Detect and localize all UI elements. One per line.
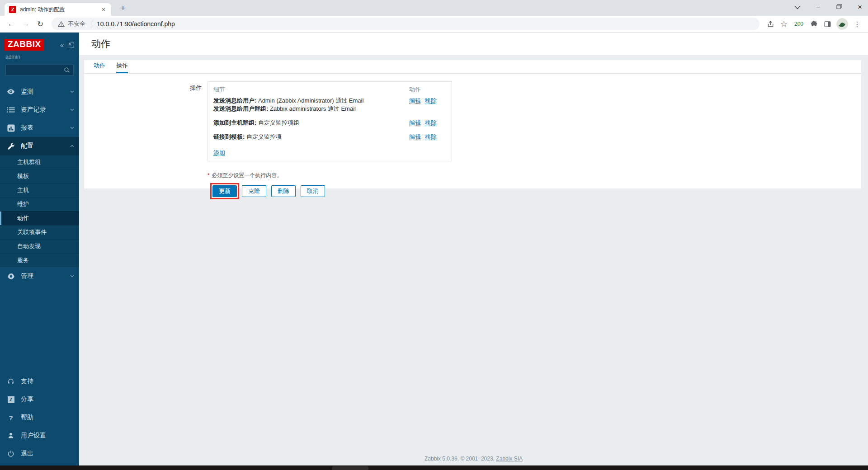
footer-link[interactable]: Zabbix SIA [496,456,523,462]
chart-icon [7,124,15,132]
extensions-puzzle-icon[interactable] [807,20,820,28]
sidebar-item-label: 管理 [21,272,33,280]
sidebar-item-support[interactable]: 支持 [0,372,79,390]
extension-badge[interactable]: 200 [791,21,807,27]
edit-link[interactable]: 编辑 [409,133,421,141]
close-window-icon[interactable]: × [856,3,863,12]
sidebar-item-user-settings[interactable]: 用户设置 [0,427,79,445]
remove-link[interactable]: 移除 [425,97,437,105]
sidebar-item-label: 监测 [21,88,33,96]
zabbix-logo[interactable]: ZABBIX [5,39,44,51]
submenu-label: 模板 [17,172,29,180]
sidebar-item-label: 配置 [21,142,33,150]
os-taskbar [0,465,868,470]
sidebar-item-host-groups[interactable]: 主机群组 [0,155,79,169]
side-panel-icon[interactable] [821,20,834,28]
new-tab-button[interactable]: + [118,3,128,14]
sidebar-item-label: 资产记录 [21,106,46,114]
sidebar-item-templates[interactable]: 模板 [0,169,79,183]
signout-icon [7,450,15,457]
search-input[interactable] [9,66,64,74]
url-text[interactable]: 10.0.0.71:90/actionconf.php [97,20,175,28]
reload-icon[interactable]: ↻ [33,19,47,29]
window-controls: − × [794,0,863,14]
sidebar-item-configuration[interactable]: 配置 [0,137,79,155]
table-row: 发送消息给用户: Admin (Zabbix Administrator) 通过… [213,97,446,113]
edit-link[interactable]: 编辑 [409,119,421,127]
sidebar-item-share[interactable]: Z 分享 [0,390,79,409]
sidebar-item-discovery[interactable]: 自动发现 [0,239,79,253]
zabbix-sidebar: ZABBIX « admin 监测 [0,33,79,465]
not-secure-warning-icon [58,21,65,27]
tab-operations[interactable]: 操作 [116,61,128,73]
add-operation-link[interactable]: 添加 [213,149,225,156]
page-title: 动作 [91,38,110,50]
sidebar-hide-icon[interactable] [68,42,74,48]
taskbar-item[interactable] [332,466,368,470]
page-header: 动作 [79,33,868,55]
sidebar-item-monitoring[interactable]: 监测 [0,83,79,101]
main-content: 动作 动作 操作 操作 细节 动作 发送消息给用户: Admin (Zabbix… [79,33,868,465]
logged-in-user: admin [0,51,79,60]
tab-action[interactable]: 动作 [94,61,105,73]
cancel-button[interactable]: 取消 [301,185,325,197]
submenu-label: 关联项事件 [17,228,47,236]
delete-button[interactable]: 删除 [271,185,296,197]
headset-icon [7,378,15,385]
address-bar[interactable]: 不安全 10.0.0.71:90/actionconf.php [52,18,760,30]
submenu-label: 维护 [17,200,29,208]
browser-menu-icon[interactable]: ⋮ [851,20,863,28]
remove-link[interactable]: 移除 [425,133,437,141]
restore-icon[interactable] [835,3,843,11]
security-label[interactable]: 不安全 [68,20,85,28]
forward-icon[interactable]: → [19,19,33,28]
edit-link[interactable]: 编辑 [409,97,421,105]
search-icon[interactable] [64,67,70,73]
sidebar-item-services[interactable]: 服务 [0,253,79,267]
zabbix-favicon-icon: Z [9,6,16,13]
sidebar-item-administration[interactable]: 管理 [0,267,79,285]
tab-search-icon[interactable] [794,3,801,11]
minimize-icon[interactable]: − [815,3,822,11]
clone-button[interactable]: 克隆 [242,185,266,197]
share-icon[interactable] [764,20,777,28]
sidebar-item-label: 支持 [21,377,33,385]
sidebar-item-label: 用户设置 [21,432,46,440]
sidebar-item-inventory[interactable]: 资产记录 [0,101,79,119]
submenu-label: 动作 [17,214,29,222]
click-highlight: 更新 [212,185,237,197]
sidebar-item-label: 报表 [21,124,33,132]
submenu-label: 自动发现 [17,242,41,250]
operations-field-label: 操作 [84,81,208,161]
chevron-down-icon [70,108,74,111]
sidebar-item-maintenance[interactable]: 维护 [0,197,79,211]
sidebar-item-label: 帮助 [21,414,33,422]
sidebar-item-logout[interactable]: 退出 [0,445,79,463]
sidebar-item-reports[interactable]: 报表 [0,119,79,137]
sidebar-collapse-icon[interactable]: « [60,42,64,48]
operation-detail: 添加到主机群组: 自定义监控项组 [213,119,409,127]
wrench-icon [7,142,15,150]
back-icon[interactable]: ← [5,19,18,28]
note-text: 必须至少设置一个执行内容。 [212,172,282,179]
sidebar-search[interactable] [5,65,74,75]
profile-avatar[interactable] [836,18,848,30]
sidebar-item-help[interactable]: ? 帮助 [0,409,79,427]
eye-icon [7,89,15,95]
form-note: * 必须至少设置一个执行内容。 [84,171,861,179]
browser-tab[interactable]: Z admin: 动作的配置 × [5,3,111,16]
chevron-down-icon [70,90,74,93]
submenu-label: 主机 [17,186,29,194]
column-header-details: 细节 [213,85,409,97]
question-icon: ? [7,414,15,422]
update-button[interactable]: 更新 [212,185,237,197]
sidebar-item-event-correlation[interactable]: 关联项事件 [0,225,79,239]
remove-link[interactable]: 移除 [425,119,437,127]
submenu-label: 服务 [17,256,29,264]
column-header-action: 动作 [409,85,446,97]
sidebar-item-actions[interactable]: 动作 [0,211,79,225]
user-icon [7,432,15,439]
bookmark-star-icon[interactable]: ☆ [778,19,790,29]
tab-close-icon[interactable]: × [99,5,108,14]
sidebar-item-hosts[interactable]: 主机 [0,183,79,197]
